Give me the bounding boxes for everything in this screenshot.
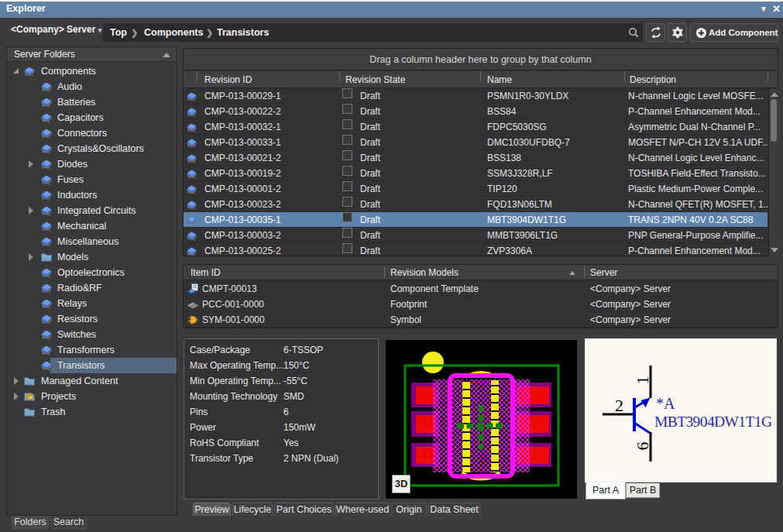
svg-text:6: 6 <box>633 442 652 451</box>
svg-text:1: 1 <box>633 376 652 385</box>
svg-text:2: 2 <box>615 396 623 415</box>
svg-text:*A: *A <box>656 395 675 412</box>
svg-text:MBT3904DW1T1G: MBT3904DW1T1G <box>654 414 772 430</box>
